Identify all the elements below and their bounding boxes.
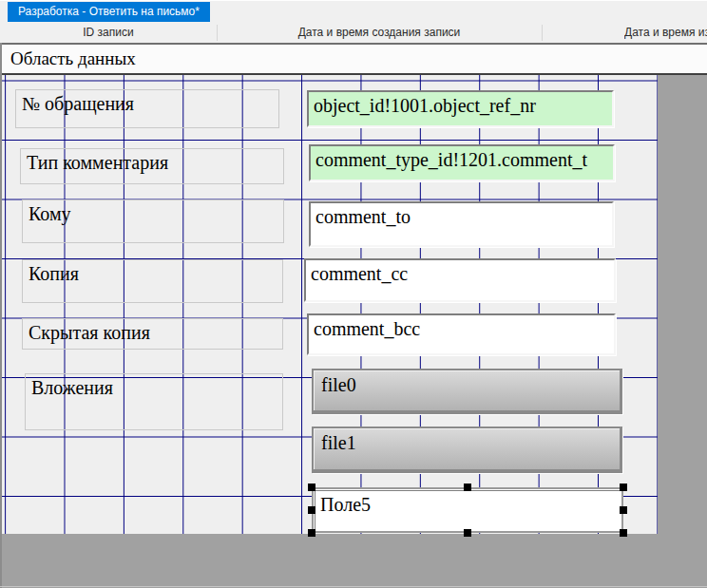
section-header-data-area[interactable]: Область данных — [2, 45, 707, 75]
column-separator — [217, 25, 218, 41]
form-designer-window: Разработка - Ответить на письмо* ID запи… — [0, 0, 707, 588]
selection-handle-top-right[interactable] — [620, 484, 627, 491]
selection-handle-middle-right[interactable] — [620, 506, 627, 514]
button-file0[interactable]: file0 — [312, 369, 622, 414]
window-bottom-edge — [0, 586, 707, 587]
tab-development-reply-letter[interactable]: Разработка - Ответить на письмо* — [8, 2, 210, 22]
column-header-record-id[interactable]: ID записи — [0, 22, 217, 43]
tab-strip: Разработка - Ответить на письмо* — [0, 0, 707, 22]
column-separator — [542, 25, 543, 41]
label-cc[interactable]: Копия — [22, 259, 283, 303]
field-object-ref-nr[interactable]: object_id!1001.object_ref_nr — [307, 90, 614, 127]
field-comment-to[interactable]: comment_to — [309, 201, 614, 247]
selection-handle-top-middle[interactable] — [464, 484, 471, 491]
field-comment-cc[interactable]: comment_cc — [304, 258, 616, 302]
selection-handle-bottom-middle[interactable] — [464, 529, 471, 537]
label-comment-type[interactable]: Тип комментария — [20, 148, 284, 184]
label-attachments[interactable]: Вложения — [25, 373, 283, 430]
selection-handle-top-left[interactable] — [308, 484, 315, 491]
column-header-row: ID записи Дата и время создания записи Д… — [0, 22, 707, 43]
selected-field-pole5-text: Поле5 — [315, 490, 621, 530]
field-comment-bcc[interactable]: comment_bcc — [307, 313, 616, 355]
column-header-created-datetime[interactable]: Дата и время создания записи — [217, 22, 542, 43]
selection-handle-bottom-right[interactable] — [620, 529, 627, 537]
label-bcc[interactable]: Скрытая копия — [22, 318, 283, 350]
field-comment-type[interactable]: comment_type_id!1201.comment_t — [309, 144, 615, 181]
column-header-modified-datetime[interactable]: Дата и время из — [624, 22, 707, 43]
label-to[interactable]: Кому — [22, 199, 284, 243]
label-request-number[interactable]: № обращения — [15, 89, 279, 128]
selection-handle-middle-left[interactable] — [308, 506, 315, 514]
selection-handle-bottom-left[interactable] — [308, 529, 315, 537]
selected-field-pole5[interactable]: Поле5 — [312, 487, 623, 533]
button-file1[interactable]: file1 — [312, 427, 622, 473]
